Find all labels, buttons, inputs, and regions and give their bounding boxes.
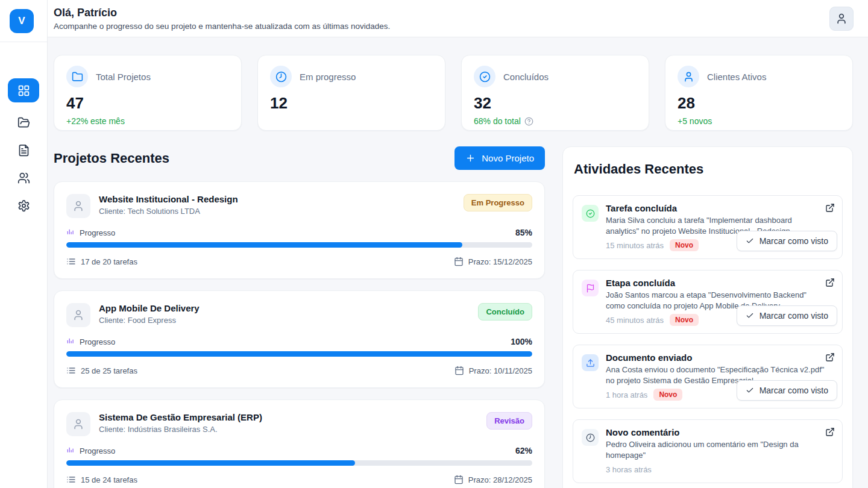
activity-description: Pedro Oliveira adicionou um comentário e… <box>606 439 825 460</box>
bar-chart-icon <box>66 337 75 346</box>
grid-icon <box>17 84 30 97</box>
list-icon <box>66 475 76 484</box>
progress-bar <box>66 460 532 466</box>
external-link-icon[interactable] <box>825 278 835 287</box>
check-icon <box>746 386 754 395</box>
list-icon <box>66 366 76 375</box>
upload-icon <box>586 358 595 368</box>
stat-label: Em progresso <box>300 72 356 82</box>
stat-head: Em progresso <box>270 66 433 87</box>
stat-value: 32 <box>474 94 637 113</box>
sidebar: V <box>0 0 48 488</box>
logo-area: V <box>0 0 47 42</box>
stat-sub: +22% este mês <box>66 116 229 126</box>
check-icon <box>746 311 754 320</box>
activity-time: 15 minutos atrás <box>606 241 664 250</box>
project-name: Website Institucional - Redesign <box>99 194 238 204</box>
stats-row: Total Projetos 47 +22% este mês Em progr… <box>54 55 853 131</box>
stat-label: Concluídos <box>503 72 549 82</box>
status-badge: Revisão <box>486 412 532 430</box>
plus-icon <box>465 153 476 163</box>
activity-item: Novo comentário Pedro Oliveira adicionou… <box>573 419 843 483</box>
progress-label: Progresso <box>80 337 115 346</box>
new-badge: Novo <box>670 314 699 326</box>
app: V Olá, Patrício Acompanhe o pr <box>0 0 868 488</box>
avatar <box>66 303 90 327</box>
progress-bar <box>66 242 532 248</box>
mark-seen-button[interactable]: Marcar como visto <box>737 380 837 401</box>
profile-button[interactable] <box>829 7 854 31</box>
user-icon <box>72 418 84 430</box>
avatar <box>66 412 90 436</box>
activity-item: Etapa concluída João Santos marcou a eta… <box>573 270 843 334</box>
external-link-icon[interactable] <box>825 352 835 362</box>
calendar-icon <box>454 257 464 266</box>
progress-bar-fill <box>66 351 532 357</box>
header-text: Olá, Patrício Acompanhe o progresso do s… <box>54 7 390 31</box>
gear-icon <box>17 199 30 212</box>
stat-value: 12 <box>270 94 433 113</box>
check-icon <box>746 237 754 245</box>
activity-title: Novo comentário <box>606 427 825 438</box>
user-icon <box>683 71 694 83</box>
new-badge: Novo <box>653 389 682 401</box>
project-card[interactable]: Sistema De Gestão Empresarial (ERP) Clie… <box>54 399 545 488</box>
calendar-icon <box>454 475 464 484</box>
project-client: Cliente: Food Express <box>99 316 200 325</box>
help-icon[interactable] <box>524 117 533 126</box>
app-logo: V <box>10 9 34 33</box>
calendar-icon <box>454 366 464 375</box>
deadline: Prazo: 28/12/2025 <box>454 475 532 484</box>
activity-title: Etapa concluída <box>606 278 825 289</box>
tasks-count: 15 de 24 tarefas <box>66 475 137 484</box>
list-icon <box>66 257 76 266</box>
sidebar-nav <box>8 78 39 213</box>
project-client: Cliente: Indústrias Brasileiras S.A. <box>99 425 262 434</box>
check-circle-icon <box>479 71 491 83</box>
projects-section-title: Projetos Recentes <box>54 151 169 166</box>
stat-label: Total Projetos <box>96 72 151 82</box>
project-card[interactable]: App Mobile De Delivery Cliente: Food Exp… <box>54 290 545 388</box>
users-icon <box>17 172 30 184</box>
clock-icon <box>275 71 287 83</box>
activity-item: Tarefa concluída Maria Silva concluiu a … <box>573 195 843 259</box>
tasks-count: 25 de 25 tarefas <box>66 366 137 375</box>
new-project-button[interactable]: Novo Projeto <box>454 146 545 170</box>
sidebar-item-configuracoes[interactable] <box>16 198 31 213</box>
stat-label: Clientes Ativos <box>707 72 766 82</box>
sidebar-item-dashboard[interactable] <box>8 78 39 102</box>
page-subtitle: Acompanhe o progresso do seu projeto e m… <box>54 22 390 31</box>
clock-icon <box>586 433 595 442</box>
header: Olá, Patrício Acompanhe o progresso do s… <box>48 0 868 37</box>
project-name: App Mobile De Delivery <box>99 303 200 313</box>
project-client: Cliente: Tech Solutions LTDA <box>99 207 238 216</box>
mark-seen-button[interactable]: Marcar como visto <box>737 305 837 326</box>
activities-section-title: Atividades Recentes <box>574 161 841 177</box>
progress-bar-fill <box>66 460 355 466</box>
sidebar-item-clientes[interactable] <box>16 170 31 186</box>
external-link-icon[interactable] <box>825 203 835 213</box>
external-link-icon[interactable] <box>825 427 835 437</box>
stat-sub: +5 novos <box>678 116 840 126</box>
stat-head: Clientes Ativos <box>678 66 840 87</box>
sidebar-item-projetos[interactable] <box>16 114 31 130</box>
page-title: Olá, Patrício <box>54 7 390 19</box>
user-icon <box>72 200 84 212</box>
stat-card: Total Projetos 47 +22% este mês <box>54 55 242 131</box>
progress-percent: 100% <box>511 337 532 346</box>
stat-value: 47 <box>66 94 229 113</box>
user-icon <box>835 13 848 25</box>
project-card[interactable]: Website Institucional - Redesign Cliente… <box>54 181 545 279</box>
folder-open-icon <box>17 116 30 129</box>
status-badge: Em Progresso <box>464 194 532 211</box>
sidebar-item-documentos[interactable] <box>16 142 31 158</box>
stat-head: Concluídos <box>474 66 637 87</box>
projects-section: Projetos Recentes Novo Projeto Website I… <box>54 146 545 488</box>
user-icon <box>72 309 84 321</box>
mark-seen-button[interactable]: Marcar como visto <box>737 231 837 251</box>
folder-icon <box>72 71 83 83</box>
bar-chart-icon <box>66 228 75 237</box>
deadline: Prazo: 15/12/2025 <box>454 257 532 266</box>
projects-header: Projetos Recentes Novo Projeto <box>54 146 545 170</box>
progress-label: Progresso <box>80 446 115 455</box>
